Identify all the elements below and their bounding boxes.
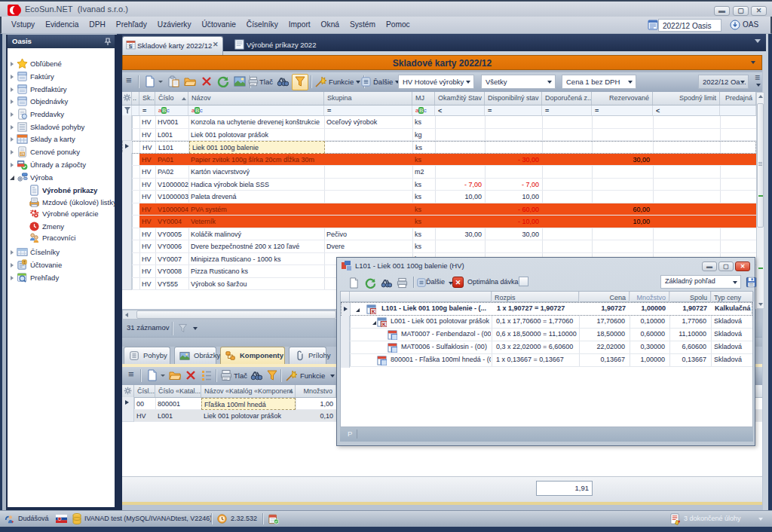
- svg-text:%: %: [20, 152, 23, 156]
- svg-text:K: K: [372, 309, 375, 314]
- svg-text:S: S: [129, 44, 133, 49]
- svg-text:K: K: [382, 322, 386, 327]
